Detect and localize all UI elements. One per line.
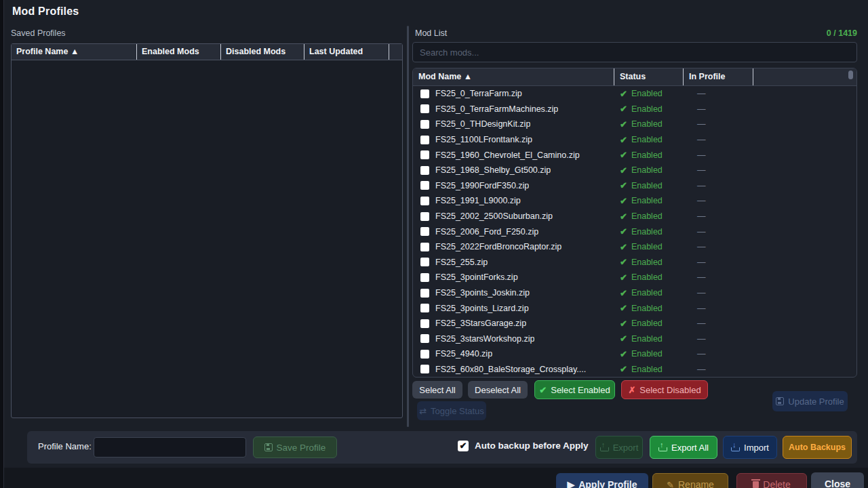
export-icon: ↑ [600,444,609,451]
mod-checkbox[interactable] [420,304,429,312]
mod-checkbox[interactable] [420,365,429,373]
mod-row[interactable]: FS25_3points_Lizard.zip✔Enabled— [413,300,856,316]
mod-name: FS25_1968_Shelby_Gt500.zip [435,165,551,175]
import-icon: ↓ [731,444,740,451]
select-enabled-button[interactable]: ✔ Select Enabled [534,380,615,399]
select-enabled-label: Select Enabled [551,385,610,395]
mod-row[interactable]: FS25_3points_Joskin.zip✔Enabled— [413,285,856,301]
mod-checkbox[interactable] [420,350,429,359]
select-all-button[interactable]: Select All [412,381,462,399]
column-header[interactable]: Last Updated [304,44,389,60]
mod-row[interactable]: FS25_1990FordF350.zip✔Enabled— [413,178,856,194]
mod-row[interactable]: FS25_0_TerraFarmMachines.zip✔Enabled— [413,102,856,117]
auto-backup-checkbox[interactable]: ✔ [458,441,469,451]
mod-row[interactable]: FS25_0_TerraFarm.zip✔Enabled— [413,86,856,102]
column-header[interactable]: Enabled Mods [137,44,221,60]
mod-row[interactable]: FS25_3starsWorkshop.zip✔Enabled— [413,331,856,347]
export-button[interactable]: ↑ Export [595,436,643,459]
apply-profile-button[interactable]: ▶ Apply Profile [556,473,648,488]
mod-checkbox[interactable] [420,104,429,113]
mod-checkbox[interactable] [420,212,429,221]
check-icon: ✔ [620,104,627,114]
check-icon: ✔ [620,288,627,298]
column-header[interactable]: In Profile [684,68,753,85]
mod-in-profile: — [684,181,753,190]
column-header[interactable]: Status [614,68,684,85]
mod-status: Enabled [631,89,663,98]
export-icon: ↑ [658,444,667,451]
mod-row[interactable]: FS25_1960_Chevrolet_El_Camino.zip✔Enable… [413,147,856,163]
profile-name-input[interactable] [94,437,246,458]
mod-name: FS25_4940.zip [435,349,492,359]
mod-status: Enabled [631,319,663,328]
mod-in-profile: — [684,104,753,114]
mod-checkbox[interactable] [420,150,429,159]
check-icon: ✔ [620,364,627,374]
mod-checkbox[interactable] [420,273,429,282]
mod-row[interactable]: FS25_4940.zip✔Enabled— [413,346,856,362]
mod-row[interactable]: FS25_1968_Shelby_Gt500.zip✔Enabled— [413,163,856,178]
column-header[interactable]: Mod Name ▲ [413,68,614,85]
mod-checkbox[interactable] [420,289,429,298]
import-button[interactable]: ↓ Import [723,436,777,459]
mod-row[interactable]: FS25_3pointForks.zip✔Enabled— [413,270,856,285]
mod-checkbox[interactable] [420,181,429,190]
mod-in-profile: — [684,89,753,98]
close-button[interactable]: Close [811,472,864,488]
mod-name: FS25_1990FordF350.zip [435,181,529,190]
mod-checkbox[interactable] [420,243,429,251]
trash-icon [753,481,759,488]
mod-checkbox[interactable] [420,227,429,236]
delete-button[interactable]: Delete [736,473,807,488]
mod-name: FS25_3pointForks.zip [435,272,518,282]
mod-row[interactable]: FS25_0_THDesignKit.zip✔Enabled— [413,117,856,132]
mod-selected-count: 0 / 1419 [753,28,857,38]
update-profile-button[interactable]: Update Profile [772,391,848,411]
mod-checkbox[interactable] [420,89,429,98]
mod-in-profile: — [684,272,753,282]
mod-row[interactable]: FS25_3StarsGarage.zip✔Enabled— [413,316,856,331]
column-header[interactable]: Profile Name ▲ [12,44,137,60]
mod-checkbox[interactable] [420,166,429,175]
deselect-all-button[interactable]: Deselect All [468,381,528,399]
toggle-status-button[interactable]: ⇄ Toggle Status [417,401,486,420]
profile-name-label: Profile Name: [38,441,92,451]
mod-name: FS25_2006_Ford_F250.zip [435,227,538,237]
check-icon: ✔ [620,272,627,283]
mod-checkbox[interactable] [420,334,429,343]
column-header[interactable]: Disabled Mods [221,44,304,60]
mod-checkbox[interactable] [420,319,429,328]
save-profile-label: Save Profile [277,443,326,453]
export-all-button[interactable]: ↑ Export All [650,436,717,459]
mod-row[interactable]: FS25_2006_Ford_F250.zip✔Enabled— [413,224,856,239]
check-icon: ✔ [620,119,627,129]
panel-splitter[interactable] [407,26,409,427]
mod-row[interactable]: FS25_60x80_BaleStorage_Crossplay....✔Ena… [413,362,856,377]
mod-name: FS25_3starsWorkshop.zip [435,334,534,344]
auto-backups-button[interactable]: Auto Backups [783,436,852,459]
mod-checkbox[interactable] [420,197,429,205]
mod-checkbox[interactable] [420,120,429,129]
scrollbar-thumb[interactable] [848,70,853,79]
mod-status: Enabled [631,150,663,160]
mod-in-profile: — [684,211,753,221]
mod-row[interactable]: FS25_2002_2500Suburban.zip✔Enabled— [413,209,856,224]
check-icon: ✔ [620,226,627,237]
save-profile-button[interactable]: Save Profile [253,436,337,458]
rename-button[interactable]: ✎ Rename [652,473,728,488]
mod-row[interactable]: FS25_1991_L9000.zip✔Enabled— [413,193,856,209]
mod-row[interactable]: FS25_1100LFronttank.zip✔Enabled— [413,132,856,148]
footer-bar: Profile Name: Save Profile ✔ Auto backup… [27,431,857,464]
mod-checkbox[interactable] [420,258,429,266]
mod-table-header: Mod Name ▲StatusIn Profile [413,68,856,86]
delete-label: Delete [763,479,790,488]
mod-row[interactable]: FS25_255.zip✔Enabled— [413,255,856,270]
save-icon [264,443,273,451]
mod-checkbox[interactable] [420,136,429,144]
toggle-status-label: Toggle Status [431,406,484,416]
search-input[interactable] [412,42,857,62]
check-icon: ✔ [620,135,627,145]
select-disabled-button[interactable]: ✗ Select Disabled [621,380,708,399]
export-all-label: Export All [671,443,709,453]
mod-row[interactable]: FS25_2022FordBroncoRaptor.zip✔Enabled— [413,239,856,255]
